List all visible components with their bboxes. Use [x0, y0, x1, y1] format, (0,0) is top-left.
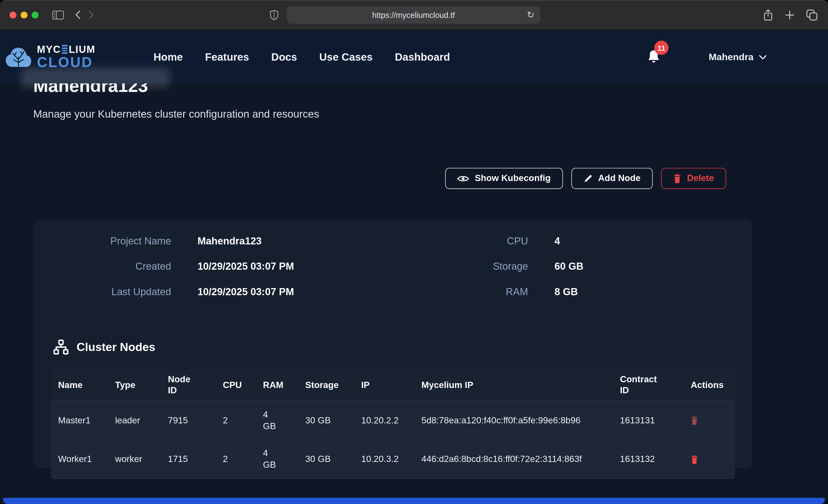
cloud-tree-icon	[5, 46, 32, 68]
mycelium-cloud-logo[interactable]: MYC LIUM CLOUD	[5, 44, 95, 70]
delete-cluster-button[interactable]: Delete	[661, 168, 726, 189]
cluster-actions: Show Kubeconfig Add Node Delete	[0, 168, 726, 189]
node-type: worker	[108, 449, 161, 469]
cluster-nodes-icon	[53, 339, 69, 355]
back-button-icon[interactable]	[75, 10, 81, 19]
page-content: Mahendra123 Manage your Kubernetes clust…	[0, 83, 828, 504]
delete-node-button[interactable]	[691, 455, 698, 464]
node-cpu: 2	[215, 449, 256, 469]
traffic-lights	[9, 11, 38, 18]
node-name: Master1	[51, 411, 108, 430]
close-window-button[interactable]	[9, 11, 16, 18]
add-node-button[interactable]: Add Node	[571, 168, 653, 189]
share-icon[interactable]	[763, 9, 773, 21]
storage-value: 60 GB	[554, 261, 583, 272]
storage-label: Storage	[404, 261, 528, 272]
table-header-row: Name Type Node ID CPU RAM Storage IP Myc…	[51, 369, 735, 401]
ram-value: 8 GB	[554, 286, 578, 298]
forward-button-icon[interactable]	[88, 10, 95, 19]
node-mycelium-ip: 446:d2a6:8bcd:8c16:ff0f:72e2:3114:863f	[414, 449, 613, 469]
trash-icon	[691, 455, 698, 464]
nav-item-use-cases[interactable]: Use Cases	[319, 51, 373, 63]
table-row: Master1 leader 7915 2 4 GB 30 GB 10.20.2…	[51, 401, 735, 440]
minimize-window-button[interactable]	[21, 11, 28, 18]
tab-overview-icon[interactable]	[806, 9, 818, 20]
trash-icon	[691, 416, 698, 425]
site-header: MYC LIUM CLOUD Home Features Docs Use Ca…	[0, 31, 828, 83]
created-value: 10/29/2025 03:07 PM	[197, 261, 294, 272]
col-cpu: CPU	[215, 375, 256, 395]
node-cpu: 2	[215, 411, 256, 430]
col-storage: Storage	[298, 375, 354, 395]
last-updated-label: Last Updated	[34, 286, 171, 298]
project-name-value: Mahendra123	[197, 236, 261, 247]
user-menu[interactable]: Mahendra	[709, 51, 767, 62]
nav-item-dashboard[interactable]: Dashboard	[395, 51, 450, 63]
browser-window: https://myceliumcloud.tf ↻	[0, 0, 828, 504]
trash-icon	[673, 174, 681, 183]
project-name-row: Project Name Mahendra123	[34, 236, 404, 247]
node-contract-id: 1613132	[613, 449, 684, 469]
cluster-nodes-heading: Cluster Nodes	[77, 340, 155, 354]
cpu-label: CPU	[404, 236, 528, 247]
logo-text-cloud: CLOUD	[37, 55, 95, 70]
ram-label: RAM	[404, 286, 528, 298]
show-kubeconfig-button[interactable]: Show Kubeconfig	[445, 168, 563, 189]
last-updated-row: Last Updated 10/29/2025 03:07 PM	[34, 286, 404, 298]
cluster-details-card: Project Name Mahendra123 Created 10/29/2…	[34, 220, 752, 468]
node-storage: 30 GB	[298, 411, 354, 430]
col-mycelium-ip: Mycelium IP	[414, 375, 613, 395]
node-id: 7915	[161, 411, 215, 430]
cpu-value: 4	[554, 236, 560, 247]
reload-icon[interactable]: ↻	[527, 10, 535, 19]
cluster-nodes-table: Name Type Node ID CPU RAM Storage IP Myc…	[51, 369, 735, 479]
notifications-button[interactable]: 11	[647, 49, 662, 65]
chevron-down-icon	[759, 55, 767, 59]
ram-row: RAM 8 GB	[404, 286, 583, 298]
node-name: Worker1	[51, 449, 108, 469]
created-label: Created	[34, 261, 171, 272]
nav-item-home[interactable]: Home	[154, 51, 183, 63]
project-name-label: Project Name	[34, 236, 171, 247]
col-contract-id: Contract ID	[613, 370, 684, 400]
page-subtitle: Manage your Kubernetes cluster configura…	[33, 107, 828, 121]
user-name: Mahendra	[709, 51, 753, 62]
delete-node-button[interactable]	[691, 416, 698, 425]
col-type: Type	[108, 375, 161, 395]
new-tab-icon[interactable]	[785, 10, 794, 19]
node-ip: 10.20.3.2	[354, 449, 414, 469]
node-ram: 4 GB	[255, 405, 298, 436]
bottom-accent-strip	[3, 498, 825, 504]
nav-item-features[interactable]: Features	[205, 51, 249, 63]
col-ram: RAM	[255, 375, 298, 395]
logo-text-lium: LIUM	[69, 44, 95, 54]
node-ip: 10.20.2.2	[354, 411, 414, 430]
pencil-icon	[583, 174, 592, 183]
eye-icon	[457, 174, 469, 182]
node-id: 1715	[161, 449, 215, 469]
browser-toolbar: https://myceliumcloud.tf ↻	[0, 0, 828, 30]
col-node-id: Node ID	[161, 370, 215, 400]
url-text: https://myceliumcloud.tf	[372, 10, 455, 19]
notification-badge: 11	[654, 41, 668, 55]
col-name: Name	[51, 375, 108, 395]
node-mycelium-ip: 5d8:78ea:a120:f40c:ff0f:a5fe:99e6:8b96	[414, 411, 613, 430]
node-storage: 30 GB	[298, 449, 354, 469]
sidebar-toggle-icon[interactable]	[52, 10, 64, 19]
col-actions: Actions	[683, 375, 735, 395]
privacy-shield-icon[interactable]	[270, 9, 278, 20]
node-contract-id: 1613131	[613, 411, 684, 430]
last-updated-value: 10/29/2025 03:07 PM	[197, 286, 294, 298]
col-ip: IP	[354, 375, 414, 395]
cpu-row: CPU 4	[404, 236, 583, 247]
table-row: Worker1 worker 1715 2 4 GB 30 GB 10.20.3…	[51, 440, 735, 479]
logo-e-bars	[62, 45, 68, 54]
node-type: leader	[108, 411, 161, 430]
nav-item-docs[interactable]: Docs	[271, 51, 297, 63]
node-ram: 4 GB	[255, 444, 298, 475]
zoom-window-button[interactable]	[32, 11, 39, 18]
created-row: Created 10/29/2025 03:07 PM	[34, 261, 404, 272]
main-nav: Home Features Docs Use Cases Dashboard	[154, 51, 450, 63]
logo-text-myc: MYC	[37, 44, 61, 54]
address-bar[interactable]: https://myceliumcloud.tf ↻	[287, 6, 540, 24]
